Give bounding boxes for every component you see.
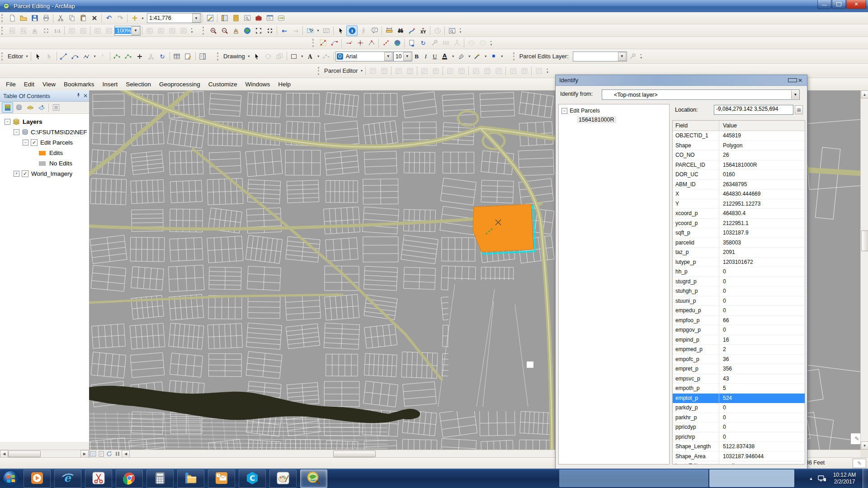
attribute-row-X[interactable]: X464830.444669 [673,189,805,199]
font-size-combo[interactable]: 10▼ [393,52,412,61]
attribute-row-parkhr_p[interactable]: parkhr_p0 [673,413,805,423]
attribute-row-PARCEL_ID[interactable]: PARCEL_ID1564181000R [673,160,805,170]
scroll-down-icon[interactable]: ▼ [861,441,868,450]
attribute-row-emptot_p[interactable]: emptot_p524 [673,394,805,404]
chevron-down-icon[interactable]: ▼ [618,52,626,61]
attribute-row-Last_Edit[interactable]: Last_Edit<null> [673,461,805,465]
maximize-icon[interactable] [788,77,796,84]
attribute-row-lutype_p[interactable]: lutype_p1203101672 [673,258,805,267]
select-elements-button[interactable] [251,51,263,62]
expand-icon[interactable]: + [14,171,19,177]
focus-frame-button[interactable] [144,25,155,36]
attribute-row-empret_p[interactable]: empret_p356 [673,364,805,374]
dropdown-arrow[interactable]: ▾ [451,52,456,61]
verts-green-button[interactable] [123,51,134,62]
toolbar-overflow-icon[interactable]: ▪▾ [189,26,195,36]
show-desktop-button[interactable] [863,469,868,488]
marker-color-button[interactable] [488,51,500,62]
attribute-row-empedu_p[interactable]: empedu_p0 [673,306,805,316]
wrench-button[interactable] [429,38,440,48]
zoom-out-button[interactable] [219,25,230,36]
collapse-icon[interactable]: − [14,129,19,135]
attribute-row-parcelid[interactable]: parcelid358003 [673,238,805,248]
sketch-point-button[interactable] [343,38,354,48]
toolbar-overflow-icon[interactable]: ▪▾ [638,52,644,61]
attribute-row-empofc_p[interactable]: empofc_p36 [673,355,805,365]
pe-a-button[interactable] [393,66,404,76]
drawing-label[interactable]: Drawing [222,53,246,60]
attribute-row-sqft_p[interactable]: sqft_p1032187.9 [673,228,805,238]
go-to-xy-button[interactable]: XY [417,25,429,36]
network-icon[interactable] [816,475,828,482]
swap-frames-button[interactable] [166,25,178,36]
pe-a-button[interactable] [367,66,378,76]
chevron-down-icon[interactable]: ▼ [192,14,200,23]
paste-button[interactable] [77,13,89,23]
dropdown-arrow[interactable]: ▾ [140,13,145,23]
attribute-row-empgov_p[interactable]: empgov_p0 [673,325,805,335]
parcel-edits-layer-label[interactable]: Parcel Edits Layer: [518,53,570,60]
menu-view[interactable]: View [38,79,60,89]
toc-options-button[interactable] [50,102,61,113]
attribute-row-Shape_Area[interactable]: Shape_Area1032187.946044 [673,452,805,462]
zoom-page-button[interactable] [6,25,18,36]
text-tool-button[interactable]: A [305,51,316,62]
map-annotation-button[interactable]: ✎ [850,433,860,445]
cursor-gray-button[interactable] [44,51,55,62]
swirl-arrow-button[interactable]: ↻ [417,38,429,48]
toolbar-grip[interactable] [318,67,321,75]
taskbar-app-arcmap[interactable] [300,469,327,488]
seg-trace-button[interactable] [81,51,92,62]
verts-green-button[interactable] [321,51,332,62]
pe-a-button[interactable] [419,66,430,76]
bold-label-button[interactable]: B [412,52,421,61]
close-icon[interactable]: ✕ [796,77,804,84]
attribute-row-Shape_Length[interactable]: Shape_Length5122.837438 [673,442,805,452]
fence-button[interactable] [440,38,451,48]
taskbar-app-paint[interactable] [269,469,297,488]
collapse-icon[interactable]: − [23,140,28,145]
parcel-editor-label[interactable]: Parcel Editor [323,67,359,74]
taskbar-app-snipping-tool[interactable] [85,469,112,488]
taskbar-app-citrix-receiver[interactable]: C [239,469,266,488]
location-value[interactable]: -9,084,279.142 3,525,694 [714,105,793,115]
pe-b-button[interactable] [519,66,530,76]
attribute-row-ppricdyp[interactable]: ppricdyp0 [673,422,805,432]
attribute-row-empfoo_p[interactable]: empfoo_p66 [673,316,805,326]
print-button[interactable] [40,13,52,23]
toc-item-geodatabase[interactable]: − C:\FSUTMS\D2\NEF [0,127,89,137]
edit-parcels-checkbox[interactable]: ✓ [31,139,38,146]
dropdown-arrow[interactable]: ▾ [467,52,472,61]
cut-button[interactable] [146,51,157,62]
chevron-down-icon[interactable]: ▼ [384,52,392,61]
toolbar-overflow-icon[interactable]: ▪▾ [544,66,550,76]
copy-button[interactable] [66,13,77,23]
full-extent-button[interactable] [241,25,253,36]
attribute-row-DOR_UC[interactable]: DOR_UC0160 [673,170,805,180]
chevron-down-icon[interactable]: ▼ [791,90,799,99]
close-panel-icon[interactable]: ✕ [82,93,89,99]
maximize-button[interactable] [832,0,846,9]
toc-item-layers[interactable]: − Layers [0,117,89,127]
toolbar-grip[interactable] [312,39,316,47]
editor-label[interactable]: Editor [6,53,24,60]
wrench-button[interactable] [627,51,638,62]
find-button[interactable] [395,25,406,36]
measure-button[interactable] [383,25,395,36]
menu-file[interactable]: File [2,79,20,89]
sketch-props-button[interactable] [183,51,194,62]
clear-selection-button[interactable] [321,25,332,36]
minimize-button[interactable]: — [817,0,831,9]
attribute-row-ABM_ID[interactable]: ABM_ID26348795 [673,180,805,190]
tray-expand-icon[interactable]: ▲ [807,476,816,481]
menu-insert[interactable]: Insert [99,79,122,89]
pe-a-button[interactable] [533,66,544,76]
rotate-blue-button[interactable]: ↻ [157,51,168,62]
select-elements-button[interactable] [33,51,44,62]
scroll-left-icon[interactable]: ◀ [0,450,8,458]
taskbar-app-windows-media-player[interactable] [24,469,51,488]
toolbox-button[interactable] [253,13,264,23]
create-features-button[interactable] [197,51,208,62]
fixed-zoom-out-button[interactable] [40,25,52,36]
attribute-row-empind_p[interactable]: empind_p16 [673,335,805,345]
